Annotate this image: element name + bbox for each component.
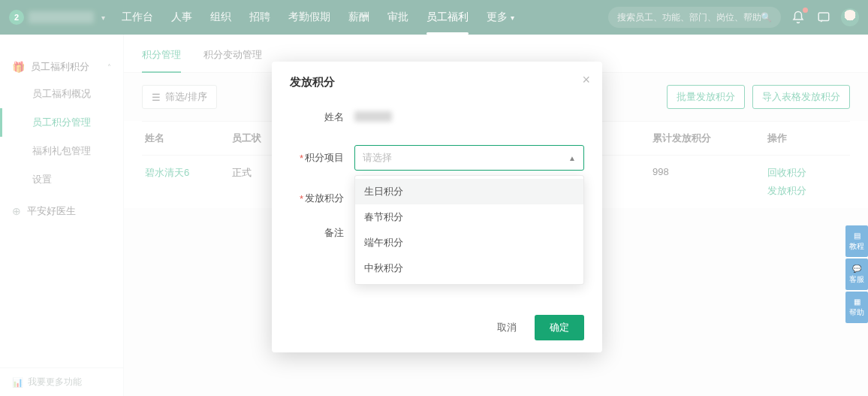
triangle-up-icon: ▲: [568, 154, 576, 162]
label-amount: *发放积分: [290, 192, 344, 205]
project-option-midautumn[interactable]: 中秋积分: [355, 255, 583, 281]
book-icon: ▤: [854, 231, 860, 240]
project-dropdown: 生日积分 春节积分 端午积分 中秋积分: [354, 175, 584, 285]
cancel-button[interactable]: 取消: [494, 315, 520, 340]
label-remark: 备注: [290, 226, 344, 240]
chat-icon: 💬: [852, 265, 861, 273]
select-placeholder: 请选择: [363, 151, 392, 165]
help-rail: ▤ 教程 💬 客服 ▦ 帮助: [845, 225, 868, 323]
confirm-button[interactable]: 确定: [535, 315, 584, 340]
doc-icon: ▦: [854, 298, 860, 306]
help-tile-tutorial[interactable]: ▤ 教程: [845, 225, 868, 257]
project-option-birthday[interactable]: 生日积分: [355, 179, 583, 204]
project-option-duanwu[interactable]: 端午积分: [355, 230, 583, 255]
modal-title: 发放积分: [290, 75, 584, 89]
project-select[interactable]: 请选择 ▲: [354, 145, 584, 171]
close-icon[interactable]: ×: [582, 72, 590, 88]
grant-points-modal: 发放积分 × 姓名 *积分项目 请选择 ▲ 生日积分 春节积分 端午积分 中秋积…: [272, 62, 602, 352]
value-name-masked: [354, 111, 392, 122]
help-tile-service[interactable]: 💬 客服: [845, 258, 868, 290]
project-option-spring[interactable]: 春节积分: [355, 204, 583, 230]
help-tile-help[interactable]: ▦ 帮助: [845, 292, 868, 323]
label-name: 姓名: [290, 110, 344, 124]
label-project: *积分项目: [290, 151, 344, 165]
